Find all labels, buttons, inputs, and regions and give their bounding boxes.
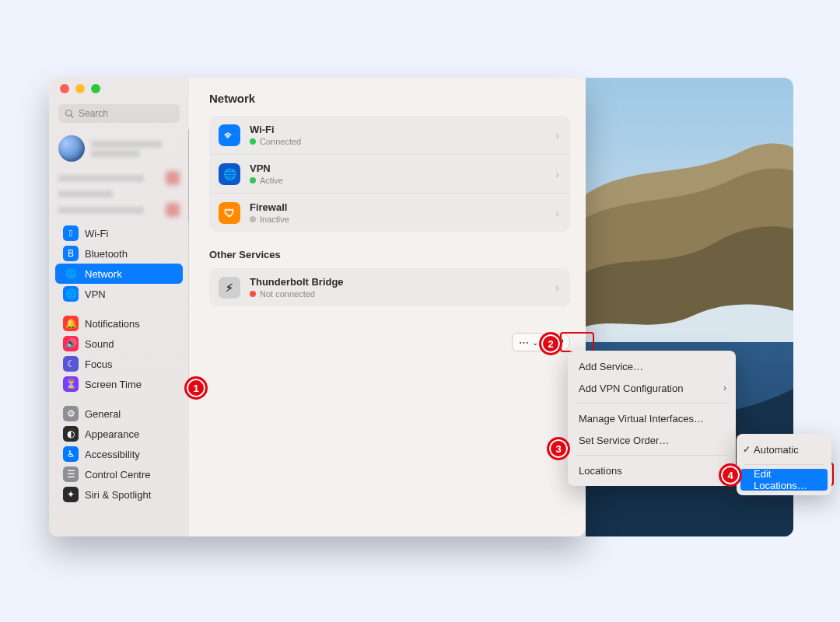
menu-separator <box>576 455 728 456</box>
menu-item-add-vpn-configuration[interactable]: Add VPN Configuration› <box>568 377 736 399</box>
service-status-text: Connected <box>260 137 301 146</box>
sidebar-item-appearance[interactable]: ◐Appearance <box>55 424 183 444</box>
service-name: Wi-Fi <box>250 124 301 135</box>
search-placeholder: Search <box>79 108 108 119</box>
sidebar-item-label: Control Centre <box>85 469 151 480</box>
wifi-icon: ᯤ <box>219 124 240 146</box>
chevron-right-icon: › <box>723 383 726 393</box>
appearance-icon: ◐ <box>63 426 79 442</box>
globe-icon: 🌐 <box>219 163 240 185</box>
bell-icon: 🔔 <box>63 316 79 331</box>
sidebar-item-vpn[interactable]: 🌐VPN <box>55 284 183 304</box>
service-row-wi-fi[interactable]: ᯤWi-FiConnected› <box>209 116 570 154</box>
sidebar-item-label: General <box>85 408 121 420</box>
zoom-window-button[interactable] <box>91 84 100 93</box>
sidebar-item-bluetooth[interactable]: BBluetooth <box>55 243 183 264</box>
service-status-text: Active <box>260 176 283 185</box>
submenu-item-automatic[interactable]: ✓Automatic <box>737 439 831 460</box>
callout-1-badge: 1 <box>184 376 208 400</box>
search-input[interactable]: Search <box>58 104 180 123</box>
globe-icon: 🌐 <box>63 266 79 281</box>
menu-separator <box>576 403 728 404</box>
sidebar-item-siri-spotlight[interactable]: ✦Siri & Spotlight <box>55 484 183 505</box>
sidebar-item-wi-fi[interactable]: 􀙇Wi-Fi <box>55 223 183 243</box>
menu-item-locations[interactable]: Locations› <box>568 460 736 481</box>
menu-item-label: Manage Virtual Interfaces… <box>579 413 704 425</box>
svg-point-2 <box>66 110 72 117</box>
service-status: Inactive <box>250 215 289 224</box>
status-dot <box>250 216 256 222</box>
sidebar-item-label: Siri & Spotlight <box>85 489 151 501</box>
status-dot <box>250 291 256 297</box>
status-dot <box>250 138 256 145</box>
bluetooth-icon: B <box>63 246 79 261</box>
shield-icon: 🛡︎ <box>219 202 240 224</box>
sidebar-item-label: Sound <box>85 338 114 350</box>
other-services-label: Other Services <box>209 249 570 260</box>
sidebar-item-screen-time[interactable]: ⏳Screen Time <box>55 374 183 394</box>
bolt-icon: ⚡︎ <box>219 277 240 299</box>
other-services-card: ⚡︎Thunderbolt BridgeNot connected› <box>209 268 570 306</box>
sidebar-item-notifications[interactable]: 🔔Notifications <box>55 313 183 334</box>
menu-item-manage-virtual-interfaces-[interactable]: Manage Virtual Interfaces… <box>568 407 736 429</box>
service-row-thunderbolt-bridge[interactable]: ⚡︎Thunderbolt BridgeNot connected› <box>209 268 570 306</box>
speaker-icon: 🔊 <box>63 336 79 351</box>
window-controls <box>49 84 189 101</box>
system-settings-window: Search <box>49 78 586 536</box>
services-card: ᯤWi-FiConnected›🌐VPNActive›🛡︎FirewallIna… <box>209 116 570 232</box>
vpn-icon: 🌐 <box>63 286 79 302</box>
close-window-button[interactable] <box>60 84 69 93</box>
locations-submenu: ✓AutomaticEdit Locations… <box>737 434 831 495</box>
service-name: VPN <box>250 162 283 174</box>
submenu-item-label: Edit Locations… <box>754 468 817 491</box>
account-row[interactable] <box>49 131 189 166</box>
page-title: Network <box>209 92 570 105</box>
sidebar: Search <box>49 78 189 536</box>
siri-icon: ✦ <box>63 487 79 502</box>
chevron-down-icon: ⌄ <box>532 338 538 347</box>
callout-4-badge: 4 <box>719 463 742 487</box>
menu-item-set-service-order-[interactable]: Set Service Order… <box>568 429 736 451</box>
gear-icon: ⚙︎ <box>63 406 79 421</box>
service-row-firewall[interactable]: 🛡︎FirewallInactive› <box>209 193 570 232</box>
service-name: Thunderbolt Bridge <box>250 276 344 288</box>
sidebar-item-label: Wi-Fi <box>85 228 108 239</box>
minimize-window-button[interactable] <box>75 84 85 93</box>
submenu-item-label: Automatic <box>754 444 799 456</box>
sidebar-item-label: Bluetooth <box>85 248 128 260</box>
submenu-item-edit-locations-[interactable]: Edit Locations… <box>740 469 828 491</box>
service-status: Active <box>250 176 283 185</box>
accessibility-icon: ♿︎ <box>63 446 79 462</box>
callout-2-badge: 2 <box>539 332 562 355</box>
chevron-right-icon: › <box>555 207 559 219</box>
avatar <box>58 135 85 162</box>
sidebar-item-focus[interactable]: ☾Focus <box>55 354 183 374</box>
service-name: Firewall <box>250 201 289 213</box>
svg-line-3 <box>71 115 73 117</box>
menu-item-add-service-[interactable]: Add Service… <box>568 355 736 377</box>
sidebar-item-label: Screen Time <box>85 379 142 390</box>
menu-item-label: Add VPN Configuration <box>579 383 683 394</box>
service-status-text: Inactive <box>260 215 289 224</box>
sidebar-item-control-centre[interactable]: ☰Control Centre <box>55 464 183 484</box>
service-status: Not connected <box>250 289 344 299</box>
controlcentre-icon: ☰ <box>63 466 79 482</box>
chevron-right-icon: › <box>555 168 559 180</box>
status-dot <box>250 177 256 183</box>
main-panel: Network ᯤWi-FiConnected›🌐VPNActive›🛡︎Fir… <box>189 78 586 536</box>
sidebar-item-network[interactable]: 🌐Network <box>55 264 183 284</box>
wifi-icon: 􀙇 <box>63 225 79 241</box>
menu-item-label: Locations <box>579 465 622 477</box>
sidebar-item-sound[interactable]: 🔊Sound <box>55 334 183 354</box>
sidebar-item-label: Network <box>85 268 122 280</box>
hourglass-icon: ⏳ <box>63 376 79 392</box>
sidebar-item-general[interactable]: ⚙︎General <box>55 404 183 424</box>
sidebar-item-accessibility[interactable]: ♿︎Accessibility <box>55 444 183 464</box>
chevron-right-icon: › <box>555 281 559 294</box>
service-status: Connected <box>250 137 301 146</box>
sidebar-item-label: Accessibility <box>85 449 140 460</box>
service-row-vpn[interactable]: 🌐VPNActive› <box>209 154 570 193</box>
menu-separator <box>744 464 824 465</box>
account-sublist-redacted <box>49 166 189 222</box>
search-icon <box>65 109 74 118</box>
